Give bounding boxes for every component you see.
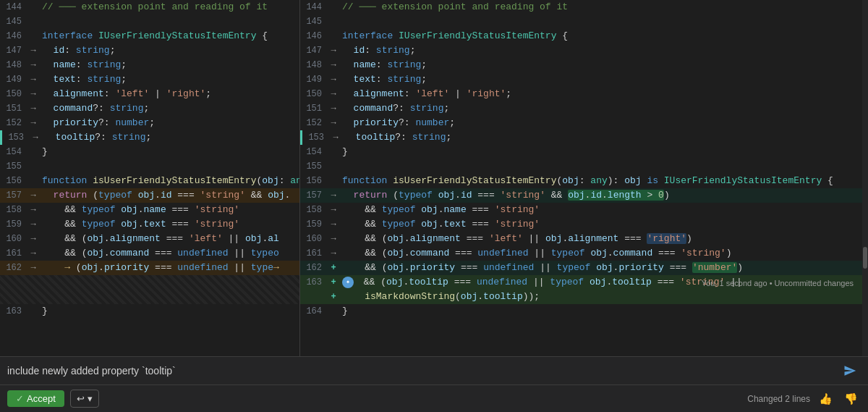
left-line-149: 149 → text: string; bbox=[0, 72, 299, 87]
editor-container: 144 // ─── extension point and reading o… bbox=[0, 0, 868, 412]
scrollbar[interactable] bbox=[862, 0, 868, 412]
left-code-block: 144 // ─── extension point and reading o… bbox=[0, 0, 299, 319]
right-line-158: 158 → && typeof obj.name === 'string' bbox=[300, 203, 868, 217]
right-line-145: 145 bbox=[300, 14, 868, 29]
checkmark-icon: ✓ bbox=[16, 393, 24, 404]
right-line-162: 162 + && (obj.priority === undefined || … bbox=[300, 261, 868, 275]
right-line-148: 148 → name: string; bbox=[300, 58, 868, 72]
right-line-155: 155 bbox=[300, 159, 868, 174]
left-line-157: 157 → return (typeof obj.id === 'string'… bbox=[0, 188, 299, 203]
left-line-158: 158 → && typeof obj.name === 'string' bbox=[0, 203, 299, 217]
left-line-154: 154 } bbox=[0, 145, 299, 159]
left-line-150: 150 → alignment: 'left' | 'right'; bbox=[0, 87, 299, 101]
left-line-159: 159 → && typeof obj.text === 'string' bbox=[0, 217, 299, 232]
right-line-154: 154 } bbox=[300, 145, 868, 159]
left-line-145: 145 bbox=[0, 14, 299, 29]
thumbs-up-button[interactable]: 👍 bbox=[816, 391, 835, 407]
right-line-160: 160 → && (obj.alignment === 'left' || ob… bbox=[300, 232, 868, 246]
right-line-153: 153 → tooltip?: string; bbox=[300, 130, 868, 145]
ai-dot: ✦ bbox=[342, 277, 354, 288]
right-line-150: 150 → alignment: 'left' | 'right'; bbox=[300, 87, 868, 101]
left-hatch-region bbox=[0, 275, 299, 304]
input-row bbox=[0, 357, 868, 385]
ai-comment: You, 1 second ago • Uncommitted changes bbox=[702, 276, 854, 290]
left-line-156: 156 function isUserFriendlyStatusItemEnt… bbox=[0, 174, 299, 188]
ai-indicator: ✦ bbox=[342, 277, 354, 288]
right-line-163b: + isMarkdownString(obj.tooltip)); bbox=[300, 290, 868, 304]
right-line-144: 144 // ─── extension point and reading o… bbox=[300, 0, 868, 14]
left-line-163: 163 } bbox=[0, 304, 299, 319]
changed-label: Changed 2 lines bbox=[747, 394, 810, 404]
send-button[interactable] bbox=[839, 363, 861, 379]
left-line-162: 162 → → (obj.priority === undefined || t… bbox=[0, 261, 299, 275]
chevron-down-icon: ▾ bbox=[88, 393, 93, 404]
left-line-161: 161 → && (obj.command === undefined || t… bbox=[0, 246, 299, 261]
left-line-155: 155 bbox=[0, 159, 299, 174]
right-pane: 144 // ─── extension point and reading o… bbox=[300, 0, 868, 412]
diff-view: 144 // ─── extension point and reading o… bbox=[0, 0, 868, 412]
undo-icon: ↩ bbox=[77, 393, 85, 404]
changed-lines-info: Changed 2 lines 👍 👎 bbox=[747, 391, 861, 407]
left-line-153: 153 → tooltip?: string; bbox=[0, 130, 299, 145]
ai-input[interactable] bbox=[7, 365, 839, 377]
left-line-152: 152 → priority?: number; bbox=[0, 116, 299, 130]
right-line-156: 156 function isUserFriendlyStatusItemEnt… bbox=[300, 174, 868, 188]
right-line-151: 151 → command?: string; bbox=[300, 101, 868, 116]
left-line-151: 151 → command?: string; bbox=[0, 101, 299, 116]
accept-button[interactable]: ✓ Accept bbox=[7, 390, 64, 407]
right-line-163: 163 + ✦ && (obj.tooltip === undefined ||… bbox=[300, 275, 868, 290]
right-line-147: 147 → id: string; bbox=[300, 43, 868, 58]
left-line-148: 148 → name: string; bbox=[0, 58, 299, 72]
right-line-164: 164 } bbox=[300, 304, 868, 319]
right-code-block: 144 // ─── extension point and reading o… bbox=[300, 0, 868, 319]
right-line-159: 159 → && typeof obj.text === 'string' bbox=[300, 217, 868, 232]
button-row: ✓ Accept ↩ ▾ Changed 2 lines 👍 👎 bbox=[0, 385, 868, 412]
right-line-161: 161 → && (obj.command === undefined || t… bbox=[300, 246, 868, 261]
left-pane: 144 // ─── extension point and reading o… bbox=[0, 0, 300, 412]
right-line-152: 152 → priority?: number; bbox=[300, 116, 868, 130]
scrollbar-thumb[interactable] bbox=[863, 247, 867, 269]
left-line-144: 144 // ─── extension point and reading o… bbox=[0, 0, 299, 14]
right-line-149: 149 → text: string; bbox=[300, 72, 868, 87]
action-bar: ✓ Accept ↩ ▾ Changed 2 lines 👍 👎 bbox=[0, 356, 868, 412]
left-line-160: 160 → && (obj.alignment === 'left' || ob… bbox=[0, 232, 299, 246]
send-icon bbox=[843, 364, 856, 377]
left-line-147: 147 → id: string; bbox=[0, 43, 299, 58]
right-line-157: 157 → return (typeof obj.id === 'string'… bbox=[300, 188, 868, 203]
left-line-146: 146 interface IUserFriendlyStatusItemEnt… bbox=[0, 29, 299, 43]
dropdown-button[interactable]: ↩ ▾ bbox=[70, 390, 99, 408]
right-line-146: 146 interface IUserFriendlyStatusItemEnt… bbox=[300, 29, 868, 43]
thumbs-down-button[interactable]: 👎 bbox=[841, 391, 861, 407]
